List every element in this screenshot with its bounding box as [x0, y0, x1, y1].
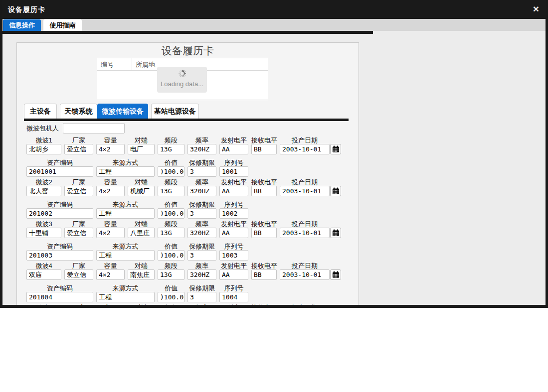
calendar-button[interactable] — [330, 144, 341, 154]
vendor-input[interactable]: 爱立信 — [64, 186, 93, 196]
serial-input[interactable]: 1001 — [219, 166, 248, 177]
source-method-input[interactable]: 工程 — [96, 292, 155, 302]
capacity-input[interactable]: 4×2 — [96, 269, 125, 280]
capacity-input[interactable]: 4×2 — [96, 186, 125, 196]
band-input[interactable]: 13G — [158, 186, 184, 196]
station-table[interactable]: 编号 所属地 — [97, 58, 268, 100]
peer-input[interactable]: 电厂 — [128, 144, 155, 154]
vendor-label: 厂家 — [64, 303, 93, 308]
microwave-name-label: 微波5 — [26, 303, 61, 308]
rx-level-input[interactable]: BB — [251, 186, 277, 196]
serial-input[interactable]: 1003 — [219, 250, 248, 261]
column-header-location: 所属地 — [132, 58, 155, 70]
production-date-input[interactable]: 2003-10-01 — [280, 144, 330, 154]
rx-level-input[interactable]: BB — [251, 144, 277, 154]
calendar-button[interactable] — [330, 228, 341, 238]
calendar-button[interactable] — [330, 269, 341, 280]
peer-input[interactable]: 机械厂 — [128, 186, 155, 196]
source-method-input[interactable]: 工程 — [96, 208, 155, 219]
vendor-input[interactable]: 爱立信 — [64, 269, 93, 280]
calendar-button[interactable] — [330, 186, 341, 196]
frequency-input[interactable]: 320HZ — [187, 144, 216, 154]
band-label: 频段 — [158, 303, 184, 308]
frequency-input[interactable]: 320HZ — [187, 186, 216, 196]
microwave-form: 微波包机人 微波1 厂家 容量 对端 频段 频率 发射电平 接收电平 投产日期 … — [26, 123, 351, 308]
production-date-input[interactable]: 2003-10-01 — [280, 269, 330, 280]
value-input[interactable]: )100.00 — [158, 292, 184, 302]
peer-input[interactable]: 南焦庄 — [128, 269, 155, 280]
capacity-label: 容量 — [96, 303, 125, 308]
warranty-input[interactable]: 3 — [187, 208, 216, 219]
owner-label: 微波包机人 — [26, 124, 63, 133]
column-header-number: 编号 — [97, 58, 132, 70]
rx-level-input[interactable]: BB — [251, 228, 277, 238]
calendar-icon — [332, 145, 340, 153]
asset-code-input[interactable]: 201003 — [26, 250, 93, 261]
value-input[interactable]: )100.00 — [158, 250, 184, 261]
calendar-icon — [332, 187, 340, 195]
band-input[interactable]: 13G — [158, 144, 184, 154]
asset-code-input[interactable]: 201004 — [26, 292, 93, 302]
production-date-input[interactable]: 2003-10-01 — [280, 228, 330, 238]
site-input[interactable]: 北大窑 — [26, 186, 61, 196]
tab-main-equipment[interactable]: 主设备 — [24, 104, 57, 119]
warranty-input[interactable]: 3 — [187, 250, 216, 261]
value-input[interactable]: )100.00 — [158, 208, 184, 219]
value-input[interactable]: )100.00 — [158, 166, 184, 177]
frequency-label: 频率 — [187, 303, 216, 308]
peer-input[interactable]: 八里庄 — [128, 228, 155, 238]
band-input[interactable]: 13G — [158, 228, 184, 238]
dialog-title: 设备履历卡 — [8, 5, 45, 13]
microwave-block: 微波5 厂家 容量 对端 频段 频率 发射电平 接收电平 投产日期 — [26, 303, 351, 308]
site-input[interactable]: 北胡乡 — [26, 144, 61, 154]
site-input[interactable]: 双庙 — [26, 269, 61, 280]
asset-code-input[interactable]: 2001001 — [26, 166, 93, 177]
warranty-input[interactable]: 3 — [187, 292, 216, 302]
page-title: 设备履历卡 — [17, 44, 359, 58]
peer-label: 对端 — [128, 303, 155, 308]
dialog-content: 设备履历卡 编号 所属地 — [2, 34, 546, 308]
capacity-input[interactable]: 4×2 — [96, 228, 125, 238]
site-input[interactable]: 十里铺 — [26, 228, 61, 238]
capacity-input[interactable]: 4×2 — [96, 144, 125, 154]
tx-level-input[interactable]: AA — [219, 186, 248, 196]
warranty-input[interactable]: 3 — [187, 166, 216, 177]
owner-input[interactable] — [63, 123, 125, 133]
asset-code-input[interactable]: 201002 — [26, 208, 93, 219]
tx-level-input[interactable]: AA — [219, 144, 248, 154]
close-icon[interactable]: × — [533, 3, 539, 14]
vendor-input[interactable]: 爱立信 — [64, 228, 93, 238]
loading-overlay: Loading data... — [157, 67, 207, 93]
frequency-input[interactable]: 320HZ — [187, 228, 216, 238]
production-date-label: 投产日期 — [280, 303, 330, 308]
microwave-block: 微波2 厂家 容量 对端 频段 频率 发射电平 接收电平 投产日期 北大窑 爱立… — [26, 178, 351, 219]
equipment-history-dialog: 设备履历卡 × 信息操作 使用指南 设备履历卡 编号 所属地 — [0, 0, 548, 308]
production-date-input[interactable]: 2003-10-01 — [280, 186, 330, 196]
tab-base-station-power[interactable]: 基站电源设备 — [151, 104, 199, 119]
vendor-input[interactable]: 爱立信 — [64, 144, 93, 154]
equipment-tab-underline — [24, 119, 349, 121]
band-input[interactable]: 13G — [158, 269, 184, 280]
dialog-titlebar: 设备履历卡 × — [0, 0, 548, 19]
microwave-block: 微波4 厂家 容量 对端 频段 频率 发射电平 接收电平 投产日期 双庙 爱立信… — [26, 261, 351, 302]
tab-user-guide[interactable]: 使用指南 — [43, 19, 82, 31]
equipment-tabstrip: 主设备 天馈系统 微波传输设备 基站电源设备 — [24, 104, 353, 119]
loading-spinner-icon — [178, 69, 186, 78]
serial-input[interactable]: 1002 — [219, 208, 248, 219]
tx-level-input[interactable]: AA — [219, 228, 248, 238]
calendar-icon — [332, 271, 340, 278]
tab-microwave-transmission[interactable]: 微波传输设备 — [97, 104, 148, 119]
microwave-block: 微波3 厂家 容量 对端 频段 频率 发射电平 接收电平 投产日期 十里铺 爱立… — [26, 220, 351, 261]
tab-info-operation[interactable]: 信息操作 — [3, 19, 41, 31]
microwave-block: 微波1 厂家 容量 对端 频段 频率 发射电平 接收电平 投产日期 北胡乡 爱立… — [26, 136, 351, 177]
serial-input[interactable]: 1004 — [219, 292, 248, 302]
calendar-icon — [332, 229, 340, 237]
tx-level-input[interactable]: AA — [219, 269, 248, 280]
loading-text: Loading data... — [157, 80, 207, 88]
source-method-input[interactable]: 工程 — [96, 166, 155, 177]
rx-level-input[interactable]: BB — [251, 269, 277, 280]
tab-antenna-feeder-system[interactable]: 天馈系统 — [60, 104, 97, 119]
tx-level-label: 发射电平 — [219, 303, 248, 308]
frequency-input[interactable]: 320HZ — [187, 269, 216, 280]
source-method-input[interactable]: 工程 — [96, 250, 155, 261]
